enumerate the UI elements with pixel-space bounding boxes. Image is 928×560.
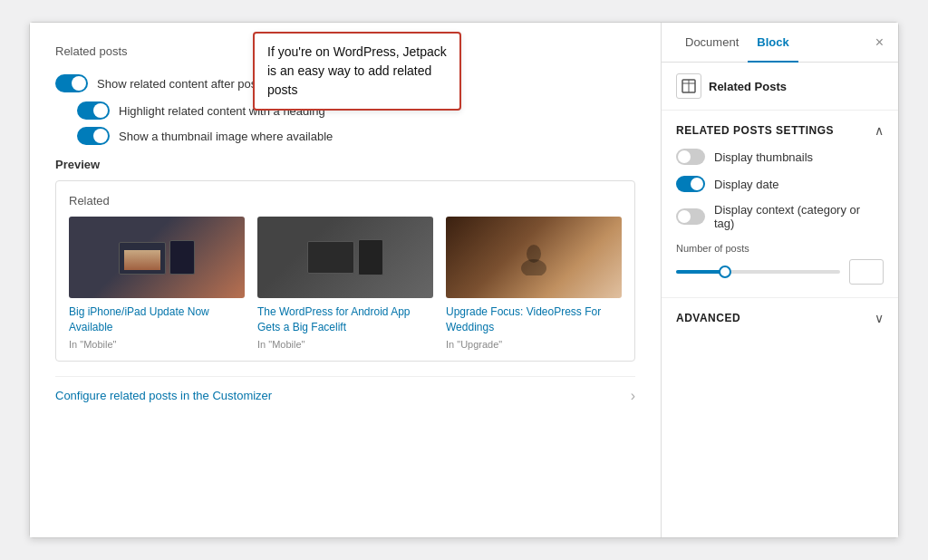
screenshot-wrapper: Related posts Show related content after…: [29, 22, 899, 538]
preview-post-cat-2: In "Mobile": [257, 339, 433, 350]
slider-row: 3: [676, 259, 884, 285]
setting-row-context: Display context (category or tag): [676, 203, 884, 230]
chevron-down-icon: ∨: [875, 311, 884, 325]
preview-post-3: Upgrade Focus: VideoPress For Weddings I…: [446, 217, 622, 350]
preview-posts: Big iPhone/iPad Update Now Available In …: [69, 217, 622, 350]
tab-document[interactable]: Document: [676, 24, 748, 63]
bottom-link-row: Configure related posts in the Customize…: [55, 376, 635, 404]
toggle-thumb[interactable]: [77, 127, 110, 145]
sidebar-tabs: Document Block ×: [662, 23, 898, 63]
thumb-detail-1: [69, 217, 245, 298]
preview-post-1: Big iPhone/iPad Update Now Available In …: [69, 217, 245, 350]
table-icon: [682, 79, 696, 93]
close-button[interactable]: ×: [875, 35, 884, 50]
preview-box: Related Big iPho: [55, 180, 635, 362]
setting-label-context: Display context (category or tag): [714, 203, 884, 230]
advanced-title: Advanced: [676, 312, 740, 324]
mini-ipad-v-icon: [358, 239, 383, 275]
preview-post-cat-3: In "Upgrade": [446, 339, 622, 350]
preview-post-title-1[interactable]: Big iPhone/iPad Update Now Available: [69, 304, 245, 335]
configure-customizer-link[interactable]: Configure related posts in the Customize…: [55, 389, 631, 402]
preview-post-img-2: [257, 217, 433, 298]
toggle-main-label: Show related content after posts: [97, 77, 266, 91]
number-of-posts-label: Number of posts: [676, 243, 884, 254]
bottom-link-arrow-icon: ›: [631, 388, 635, 404]
preview-post-title-3[interactable]: Upgrade Focus: VideoPress For Weddings: [446, 304, 622, 335]
settings-section-header[interactable]: Related Posts Settings ∧: [676, 123, 884, 138]
preview-post-img-1: [69, 217, 245, 298]
preview-post-2: The WordPress for Android App Gets a Big…: [257, 217, 433, 350]
posts-count-input[interactable]: 3: [849, 259, 884, 285]
setting-row-date: Display date: [676, 176, 884, 192]
settings-section-title: Related Posts Settings: [676, 124, 834, 137]
mini-laptop-icon: [119, 242, 166, 275]
advanced-section[interactable]: Advanced ∨: [662, 298, 898, 338]
sidebar-panel: Document Block × Related Posts Related P…: [661, 23, 898, 537]
preview-post-cat-1: In "Mobile": [69, 339, 245, 350]
wedding-silhouette-icon: [516, 239, 552, 275]
preview-related-label: Related: [69, 194, 622, 208]
preview-post-img-3: [446, 217, 622, 298]
block-icon: [676, 73, 701, 99]
thumb-detail-2: [257, 217, 433, 298]
slider-track[interactable]: [676, 270, 840, 274]
block-name: Related Posts: [709, 80, 787, 93]
wedding-bg: [446, 217, 622, 298]
slider-thumb[interactable]: [719, 266, 731, 278]
toggle-thumb-label: Show a thumbnail image where available: [119, 130, 333, 143]
main-panel: Related posts Show related content after…: [30, 23, 661, 537]
tooltip-box: If you're on WordPress, Jetpack is an ea…: [253, 32, 461, 111]
slider-fill: [676, 270, 725, 274]
preview-label: Preview: [55, 158, 635, 171]
mini-laptop-screen: [124, 250, 160, 270]
setting-label-thumbnails: Display thumbnails: [714, 150, 884, 164]
mini-ipad-h-icon: [307, 241, 354, 274]
mini-tablet-icon: [169, 240, 195, 275]
tab-block[interactable]: Block: [748, 24, 798, 63]
related-posts-settings-section: Related Posts Settings ∧ Display thumbna…: [662, 111, 898, 298]
setting-row-thumbnails: Display thumbnails: [676, 149, 884, 165]
toggle-thumbnails[interactable]: [676, 149, 705, 165]
sidebar-block-header: Related Posts: [662, 63, 898, 111]
tooltip-text: If you're on WordPress, Jetpack is an ea…: [267, 44, 447, 97]
svg-point-1: [521, 259, 546, 275]
preview-post-title-2[interactable]: The WordPress for Android App Gets a Big…: [257, 304, 433, 335]
toggle-date[interactable]: [676, 176, 705, 192]
toggle-thumb-row: Show a thumbnail image where available: [77, 127, 635, 145]
setting-label-date: Display date: [714, 178, 884, 191]
toggle-context[interactable]: [676, 208, 705, 225]
toggle-main[interactable]: [55, 74, 88, 92]
chevron-up-icon: ∧: [875, 123, 884, 138]
toggle-heading[interactable]: [77, 101, 110, 120]
